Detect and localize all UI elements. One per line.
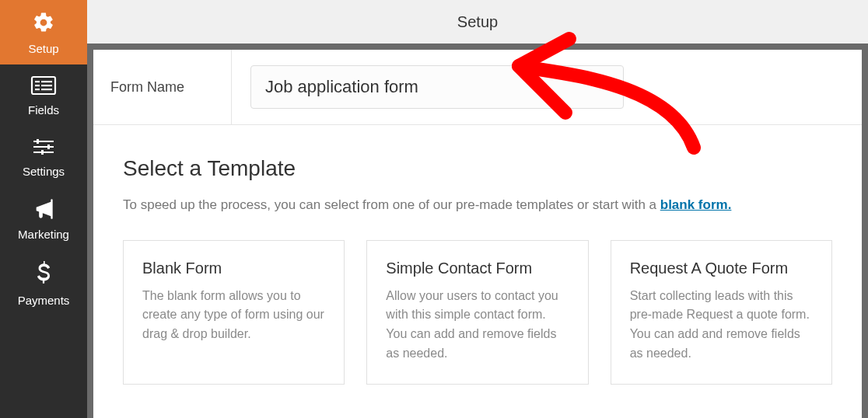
svg-rect-6	[41, 89, 52, 90]
form-name-row: Form Name	[93, 50, 862, 125]
sidebar: Setup Fields Settings Marketing Payments	[0, 0, 87, 418]
card-title: Blank Form	[142, 260, 325, 277]
card-desc: The blank form allows you to create any …	[142, 287, 325, 344]
svg-rect-7	[33, 141, 54, 142]
card-title: Request A Quote Form	[630, 260, 813, 277]
template-section: Select a Template To speed up the proces…	[93, 125, 862, 385]
form-name-input[interactable]	[250, 65, 624, 109]
svg-rect-8	[33, 146, 54, 148]
card-desc: Start collecting leads with this pre-mad…	[630, 287, 813, 364]
form-name-input-wrap	[232, 50, 642, 124]
page-title: Setup	[457, 13, 498, 31]
template-card-simple-contact[interactable]: Simple Contact Form Allow your users to …	[366, 240, 588, 385]
card-desc: Allow your users to contact you with thi…	[386, 287, 569, 364]
gear-icon	[32, 11, 55, 37]
template-subtitle: To speed up the process, you can select …	[123, 195, 832, 215]
template-cards: Blank Form The blank form allows you to …	[123, 240, 832, 385]
bullhorn-icon	[31, 198, 56, 223]
svg-rect-4	[41, 81, 52, 82]
svg-rect-11	[47, 145, 50, 149]
panel: Form Name Select a Template To speed up …	[93, 50, 862, 418]
template-card-blank[interactable]: Blank Form The blank form allows you to …	[123, 240, 345, 385]
form-name-label: Form Name	[93, 50, 232, 124]
sidebar-item-settings[interactable]: Settings	[0, 126, 87, 187]
sidebar-item-setup[interactable]: Setup	[0, 0, 87, 64]
sidebar-item-label: Payments	[18, 294, 70, 307]
template-heading: Select a Template	[123, 156, 832, 181]
sidebar-item-label: Setup	[28, 42, 58, 55]
sidebar-item-payments[interactable]: Payments	[0, 250, 87, 316]
sidebar-item-marketing[interactable]: Marketing	[0, 187, 87, 250]
panel-wrap: Form Name Select a Template To speed up …	[87, 44, 868, 418]
svg-rect-12	[41, 150, 44, 155]
page-title-bar: Setup	[87, 0, 868, 44]
sidebar-item-label: Fields	[28, 103, 59, 117]
svg-rect-1	[35, 81, 40, 82]
main-area: Setup Form Name Select a Template To spe…	[87, 0, 868, 418]
blank-form-link[interactable]: blank form.	[660, 197, 732, 212]
svg-rect-10	[37, 139, 39, 144]
svg-rect-3	[35, 89, 40, 90]
card-title: Simple Contact Form	[386, 260, 569, 277]
dollar-icon	[36, 261, 51, 289]
sidebar-item-fields[interactable]: Fields	[0, 64, 87, 126]
template-card-request-quote[interactable]: Request A Quote Form Start collecting le…	[611, 240, 832, 385]
sidebar-item-label: Marketing	[18, 228, 69, 241]
fields-icon	[30, 75, 57, 99]
svg-rect-5	[41, 85, 52, 86]
svg-rect-2	[35, 85, 40, 86]
sliders-icon	[32, 137, 55, 160]
sidebar-item-label: Settings	[23, 165, 65, 178]
template-subtitle-text: To speed up the process, you can select …	[123, 197, 660, 212]
